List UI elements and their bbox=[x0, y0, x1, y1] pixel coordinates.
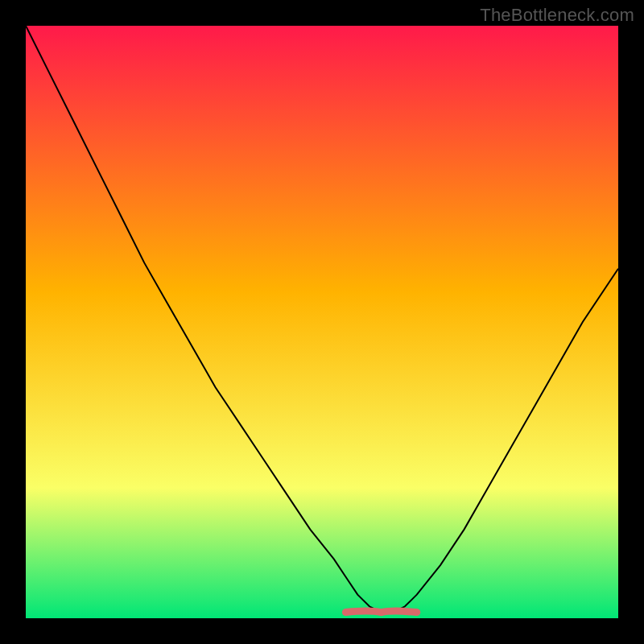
chart-frame: TheBottleneck.com bbox=[0, 0, 644, 644]
plot-area bbox=[26, 26, 618, 618]
watermark-text: TheBottleneck.com bbox=[480, 5, 634, 26]
optimal-band bbox=[345, 611, 416, 613]
chart-svg bbox=[26, 26, 618, 618]
gradient-background bbox=[26, 26, 618, 618]
